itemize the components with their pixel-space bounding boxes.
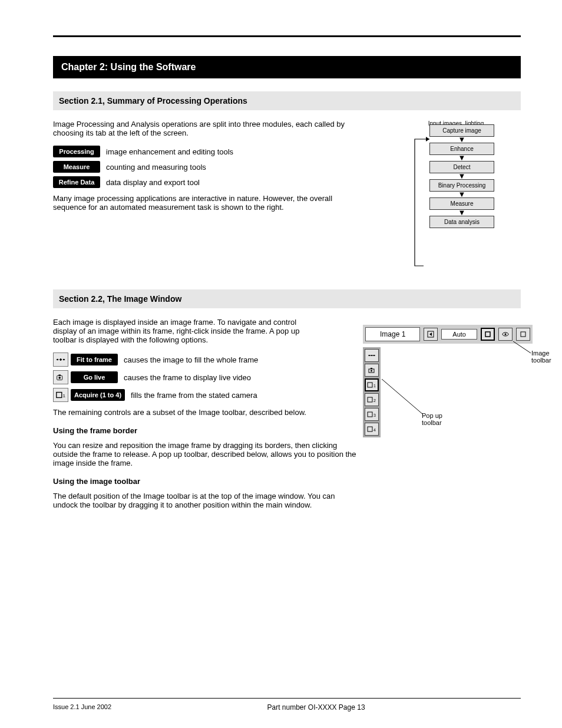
toolbar-btn-square-icon[interactable] <box>516 328 530 341</box>
svg-point-4 <box>58 377 61 379</box>
section-window-intro: Each image is displayed inside an image … <box>53 318 306 344</box>
section-ops-heading: Section 2.1, Summary of Processing Opera… <box>53 91 521 110</box>
svg-point-1 <box>57 359 58 361</box>
svg-rect-20 <box>371 368 372 369</box>
svg-text:4: 4 <box>373 428 376 432</box>
svg-text:2: 2 <box>373 398 376 403</box>
toolbar-btn-eye-icon[interactable] <box>498 328 513 341</box>
measure-tab-button[interactable]: Measure <box>53 161 100 173</box>
svg-rect-5 <box>58 375 61 376</box>
arrow-down-icon: ▼ <box>429 210 494 216</box>
toolbar-btn-fit-icon[interactable] <box>481 328 495 341</box>
fit-to-frame-label: Fit to frame <box>71 354 118 365</box>
page-top-rule <box>53 35 521 37</box>
toolbar-btn-back-icon[interactable] <box>424 328 438 341</box>
popup-acquire-3-icon[interactable]: 3 <box>365 408 379 421</box>
toolbar-screenshot: Image 1 Auto Image toolbar <box>363 325 533 437</box>
svg-rect-23 <box>368 397 372 402</box>
go-live-label: Go live <box>71 371 118 383</box>
arrow-down-icon: ▼ <box>429 173 494 179</box>
image-toolbar-heading: Using the image toolbar <box>53 477 521 486</box>
callout-popup-toolbar: Pop up toolbar <box>422 412 481 426</box>
popup-toolbar: 1 2 3 4 <box>363 347 381 437</box>
fit-to-frame-icon[interactable] <box>53 353 68 367</box>
refine-data-tab-button[interactable]: Refine Data <box>53 176 100 188</box>
acquire-label: Acquire (1 to 4) <box>71 389 125 401</box>
arrow-down-icon: ▼ <box>429 137 494 143</box>
callout-image-toolbar: Image toolbar <box>531 350 551 364</box>
processing-tab-button[interactable]: Processing <box>53 146 100 157</box>
footer-page-number: Part number OI-XXXX Page 13 <box>267 703 365 711</box>
svg-rect-21 <box>368 383 372 387</box>
popup-acquire-4-icon[interactable]: 4 <box>365 423 379 436</box>
footer-issue: Issue 2.1 June 2002 <box>53 703 111 710</box>
page-footer: Issue 2.1 June 2002 Part number OI-XXXX … <box>53 698 521 711</box>
section-window-heading: Section 2.2, The Image Window <box>53 289 521 308</box>
svg-point-11 <box>505 334 507 335</box>
popup-acquire-2-icon[interactable]: 2 <box>365 393 379 406</box>
section-ops-note: Many image processing applications are i… <box>53 194 359 212</box>
svg-rect-6 <box>57 393 62 398</box>
svg-rect-25 <box>368 412 372 417</box>
image-toolbar-text: The default position of the Image toolba… <box>53 492 359 509</box>
flowchart: Input images, lighting Capture image ▼ E… <box>415 120 497 276</box>
popup-fit-icon[interactable] <box>365 349 379 362</box>
svg-text:3: 3 <box>373 413 376 417</box>
frame-border-text: You can resize and reposition the image … <box>53 441 359 467</box>
acquire-icon[interactable]: 1 <box>53 388 68 402</box>
arrow-down-icon: ▼ <box>429 192 494 197</box>
popup-camera-icon[interactable] <box>365 364 379 377</box>
svg-text:1: 1 <box>63 394 66 399</box>
flow-box-data-analysis: Data analysis <box>429 216 494 228</box>
section-window-outro: The remaining controls are a subset of t… <box>53 408 359 417</box>
chapter-title: Chapter 2: Using the Software <box>53 56 521 78</box>
svg-line-13 <box>513 341 531 353</box>
auto-button[interactable]: Auto <box>441 329 477 340</box>
section-ops-intro: Image Processing and Analysis operations… <box>53 120 353 137</box>
svg-rect-9 <box>485 332 490 337</box>
svg-rect-12 <box>521 332 525 337</box>
svg-text:1: 1 <box>373 384 376 388</box>
popup-acquire-1-icon[interactable]: 1 <box>365 378 379 391</box>
svg-line-29 <box>382 379 423 414</box>
svg-rect-27 <box>368 427 372 431</box>
arrow-down-icon: ▼ <box>429 155 494 161</box>
image-toolbar: Image 1 Auto <box>363 325 533 344</box>
image-selector-dropdown[interactable]: Image 1 <box>365 327 420 341</box>
go-live-icon[interactable] <box>53 370 68 384</box>
svg-point-2 <box>63 359 65 361</box>
svg-point-19 <box>371 370 372 372</box>
